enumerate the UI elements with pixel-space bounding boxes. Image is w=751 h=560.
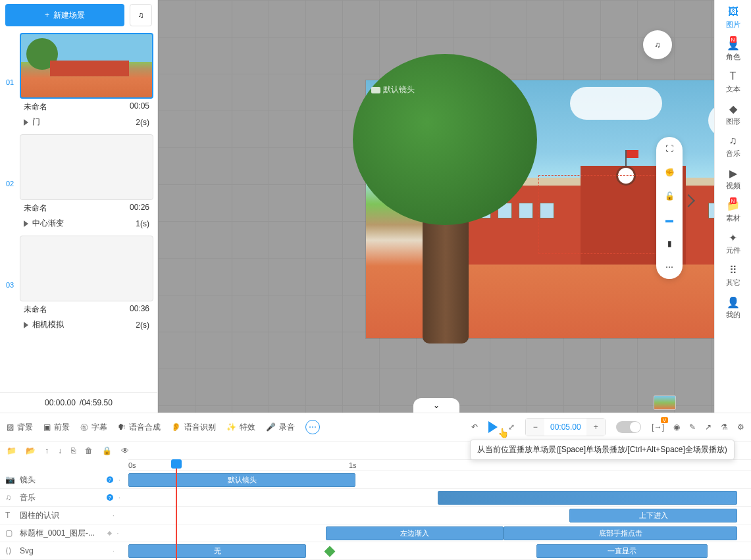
track-header[interactable]: ♫ 音乐: [0, 492, 99, 503]
delete-icon[interactable]: 🗑: [85, 446, 93, 455]
toolbar-语音识别[interactable]: 👂语音识别: [171, 422, 216, 433]
screen-icon[interactable]: ▬: [663, 213, 676, 226]
settings-icon[interactable]: ⚙: [737, 422, 744, 432]
特效-icon: ✨: [226, 422, 236, 432]
sidebar-item-视频[interactable]: ▶ 视频: [726, 166, 740, 191]
toolbar-特效[interactable]: ✨特效: [226, 422, 255, 433]
track-lane[interactable]: 左边渐入底部手指点击: [128, 524, 751, 542]
music-fab[interactable]: ♫: [643, 30, 672, 59]
increase-button[interactable]: +: [586, 419, 605, 436]
up-icon[interactable]: ↑: [45, 446, 49, 455]
toolbar-录音[interactable]: 🎤录音: [266, 422, 295, 433]
phone-icon[interactable]: ▮: [663, 237, 676, 250]
scene-thumbnail[interactable]: [20, 33, 153, 99]
camera-icon: [371, 87, 380, 93]
timeline-clip[interactable]: 左边渐入: [326, 526, 504, 540]
scene-item[interactable]: 03 未命名00:36 相机模拟2(s): [4, 236, 153, 334]
visibility-icon[interactable]: 👁: [121, 446, 129, 455]
track-header[interactable]: 📷 镜头: [0, 474, 99, 486]
track-header[interactable]: ▢ 标题框_0001_图层-...: [0, 528, 99, 539]
history-icon[interactable]: ↶: [471, 422, 478, 432]
playhead[interactable]: [176, 459, 177, 560]
keyframe-icon[interactable]: [324, 546, 336, 557]
track-header[interactable]: ⟨⟩ Svg: [0, 546, 99, 555]
play-icon: [24, 220, 28, 227]
sidebar-item-图形[interactable]: ◆ 图形: [726, 102, 740, 126]
sidebar-item-角色[interactable]: N 👤 角色: [726, 38, 740, 62]
scene-transition[interactable]: 中心渐变1(s): [20, 216, 153, 233]
toggle-switch[interactable]: [616, 421, 641, 433]
timeline-clip[interactable]: 默认镜头: [128, 473, 355, 487]
camera-icon[interactable]: ◉: [673, 422, 680, 432]
lock-icon[interactable]: 🔓: [663, 190, 676, 203]
sidebar-item-元件[interactable]: ✦ 元件: [726, 231, 740, 255]
toolbar-背景[interactable]: ▨背景: [7, 422, 33, 433]
folder-icon[interactable]: 📂: [26, 446, 36, 455]
play-tooltip: 从当前位置播放单场景([Space]单场景播放/[Ctrl+Alt+Space]…: [470, 440, 734, 460]
timeline-clip[interactable]: 上下进入: [569, 509, 737, 522]
scene-transition[interactable]: 门2(s): [20, 115, 153, 132]
fullscreen-icon[interactable]: ⛶: [663, 142, 676, 155]
track-lane[interactable]: 上下进入: [128, 507, 751, 524]
track-lane[interactable]: [128, 489, 751, 506]
sidebar-item-音乐[interactable]: ♫ 音乐: [726, 134, 740, 159]
share-icon[interactable]: ↗: [705, 422, 712, 432]
export-icon[interactable]: [→]V: [652, 422, 664, 432]
scene-item[interactable]: 02 未命名00:26 中心渐变1(s): [4, 134, 153, 233]
sidebar-label: 图片: [726, 20, 740, 30]
help-icon[interactable]: ?: [107, 476, 113, 483]
toolbar-前景[interactable]: ▣前景: [43, 422, 70, 433]
time-input[interactable]: [544, 419, 586, 436]
timeline-track: 📷 镜头 ? · 默认镜头: [0, 471, 751, 489]
down-icon[interactable]: ↓: [58, 446, 62, 455]
hand-icon[interactable]: ✊: [663, 166, 676, 179]
help-icon[interactable]: ?: [107, 494, 113, 501]
play-button[interactable]: [488, 421, 498, 433]
decrease-button[interactable]: −: [526, 419, 544, 436]
mini-thumbnail[interactable]: [654, 395, 676, 410]
scene-transition[interactable]: 相机模拟2(s): [20, 318, 153, 334]
new-scene-label: 新建场景: [53, 10, 85, 21]
scene-thumbnail[interactable]: [20, 134, 153, 200]
scene-item[interactable]: 01 未命名00:05 门2(s): [4, 33, 153, 132]
more-button[interactable]: ⋯: [305, 420, 320, 434]
toolbar-语音合成[interactable]: 🗣语音合成: [118, 422, 161, 433]
sidebar-label: 角色: [726, 52, 740, 62]
scene-number: 01: [4, 33, 16, 132]
timeline-clip[interactable]: 一直显示: [536, 544, 708, 558]
keyframe-dot[interactable]: [107, 530, 112, 535]
sidebar-item-其它[interactable]: ⠿ 其它: [726, 263, 740, 288]
sidebar-item-图片[interactable]: 🖼 图片: [726, 5, 740, 30]
sidebar-item-我的[interactable]: 👤 我的: [726, 295, 740, 320]
expand-icon[interactable]: ⤢: [508, 422, 515, 432]
folder-add-icon[interactable]: 📁: [7, 446, 16, 455]
new-scene-button[interactable]: + 新建场景: [5, 4, 124, 26]
timeline[interactable]: 0s1s 📷 镜头 ? · 默认镜头 ♫ 音乐 ? · T 圆柱的认识 ·: [0, 459, 751, 560]
timeline-ruler[interactable]: 0s1s: [128, 459, 751, 471]
filter-icon[interactable]: ⚗: [721, 422, 728, 432]
sidebar-item-素材[interactable]: N 📁 素材: [726, 199, 740, 223]
toolbar-字幕[interactable]: ㊔字幕: [80, 422, 107, 433]
timeline-clip[interactable]: 无: [128, 544, 306, 558]
scene-name: 未命名: [24, 304, 47, 315]
music-button[interactable]: ♫: [130, 4, 152, 26]
canvas-area[interactable]: 默认镜头 ♫ ⛶ ✊ 🔓 ▬ ▮ ⋯ ⌄: [158, 0, 714, 413]
time-stepper[interactable]: − +: [525, 418, 606, 436]
expand-tab[interactable]: ⌄: [413, 398, 459, 413]
track-name: 标题框_0001_图层-...: [20, 528, 95, 539]
sidebar-label: 我的: [726, 310, 740, 320]
timeline-clip[interactable]: 底部手指点击: [504, 526, 737, 540]
track-header[interactable]: T 圆柱的认识: [0, 510, 99, 521]
timeline-clip[interactable]: [438, 491, 737, 505]
sidebar-item-文本[interactable]: T 文本: [726, 70, 740, 94]
copy-icon[interactable]: ⎘: [71, 446, 76, 455]
more-icon[interactable]: ⋯: [663, 261, 676, 274]
我的-icon: 👤: [727, 295, 740, 309]
edit-icon[interactable]: ✎: [689, 422, 696, 432]
plus-icon: +: [45, 11, 49, 20]
track-lane[interactable]: 无一直显示: [128, 542, 751, 559]
lock-icon[interactable]: 🔒: [102, 446, 112, 455]
scene-thumbnail[interactable]: [20, 236, 153, 301]
track-lane[interactable]: 默认镜头: [128, 471, 751, 488]
music-icon: ♫: [138, 11, 144, 20]
